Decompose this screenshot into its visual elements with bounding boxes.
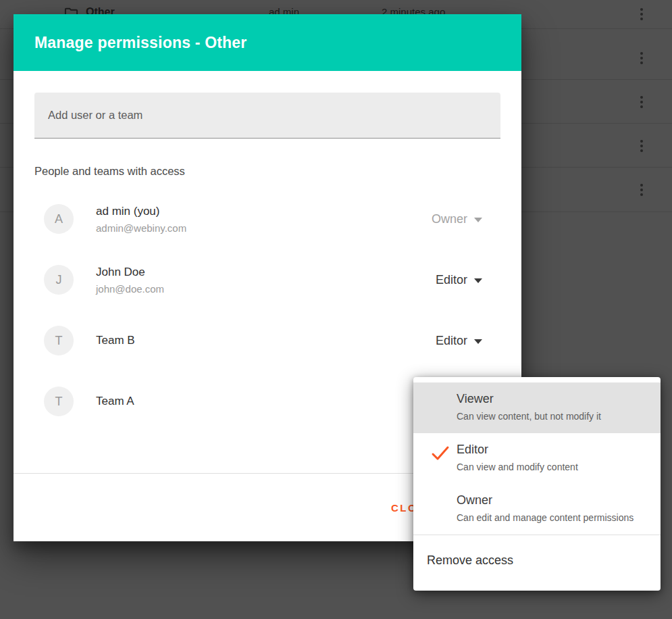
menu-item-owner[interactable]: Owner Can edit and manage content permis…	[413, 484, 661, 535]
role-menu: Viewer Can view content, but not modify …	[413, 377, 661, 591]
user-name: John Doe	[96, 266, 164, 279]
team-name: Team A	[96, 395, 134, 408]
menu-item-editor[interactable]: Editor Can view and modify content	[413, 433, 661, 484]
chevron-down-icon	[474, 218, 482, 222]
menu-item-description: Can view and modify content	[457, 462, 647, 472]
avatar: J	[44, 265, 74, 295]
role-select[interactable]: Editor	[436, 273, 482, 287]
role-select-owner: Owner	[432, 212, 482, 226]
file-manager-screen: Other ad min 2 minutes ago Manage permis…	[0, 0, 672, 619]
user-name: ad min (you)	[96, 205, 186, 218]
check-icon	[431, 445, 450, 462]
menu-item-description: Can edit and manage content permissions	[457, 512, 647, 523]
chevron-down-icon	[474, 278, 482, 283]
dialog-header: Manage permissions - Other	[14, 14, 521, 71]
team-name: Team B	[96, 334, 135, 347]
menu-item-label: Editor	[457, 443, 647, 457]
chevron-down-icon	[474, 339, 482, 344]
avatar: T	[44, 326, 74, 355]
add-user-or-team-input[interactable]	[34, 93, 500, 139]
kebab-menu-icon	[636, 8, 647, 20]
avatar: A	[44, 204, 74, 234]
list-item-user: A ad min (you) admin@webiny.com Owner	[34, 189, 500, 249]
dialog-title: Manage permissions - Other	[34, 34, 247, 52]
role-select[interactable]: Editor	[436, 334, 482, 348]
kebab-menu-icon	[636, 184, 647, 196]
list-item-team: T Team B Editor	[34, 310, 500, 371]
menu-item-viewer[interactable]: Viewer Can view content, but not modify …	[413, 382, 661, 433]
user-email: admin@webiny.com	[96, 222, 186, 234]
menu-item-label: Owner	[457, 493, 647, 507]
kebab-menu-icon	[636, 52, 647, 64]
kebab-menu-icon	[636, 96, 647, 108]
menu-item-description: Can view content, but not modify it	[457, 411, 647, 422]
section-label: People and teams with access	[34, 165, 500, 178]
avatar: T	[44, 387, 74, 416]
list-item-user: J John Doe john@doe.com Editor	[34, 249, 500, 310]
menu-item-label: Viewer	[457, 392, 647, 406]
menu-item-remove-access[interactable]: Remove access	[413, 535, 661, 585]
kebab-menu-icon	[636, 140, 647, 152]
user-email: john@doe.com	[96, 283, 164, 295]
